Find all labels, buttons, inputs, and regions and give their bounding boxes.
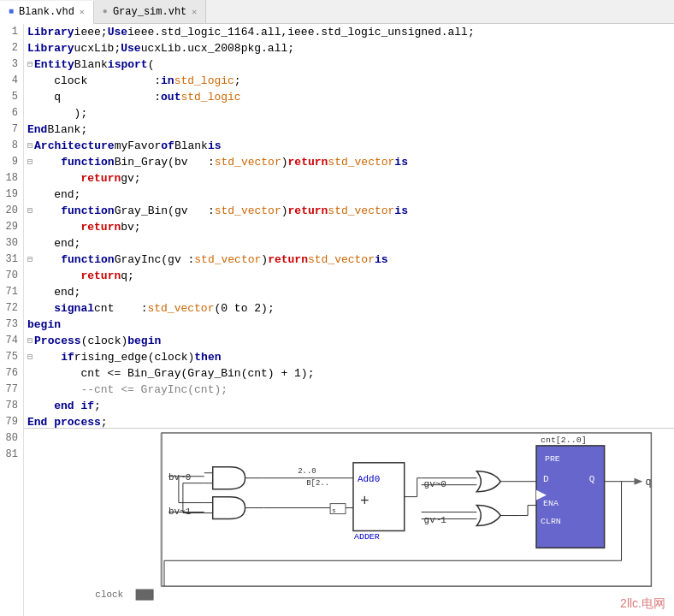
code-line-30: end;	[27, 235, 674, 252]
svg-text:cnt[2..0]: cnt[2..0]	[541, 435, 587, 445]
code-line-72: signal cnt : std_vector(0 to 2);	[27, 300, 674, 317]
svg-text:2..0: 2..0	[298, 467, 316, 476]
code-line-7: End Blank;	[27, 121, 674, 138]
code-line-77: --cnt <= GrayInc(cnt);	[27, 382, 674, 398]
svg-text:CLRN: CLRN	[541, 517, 561, 526]
tab-icon-gray: ●	[103, 7, 108, 16]
code-line-76: cnt <= Bin_Gray(Gray_Bin(cnt) + 1);	[27, 365, 674, 382]
code-line-1: Library ieee;Use ieee.std_logic_1164.all…	[27, 24, 674, 40]
line-numbers: 1 2 3 4 5 6 7 8 9 18 19 20 29 30 31 70 7…	[0, 24, 24, 616]
svg-text:bv~1: bv~1	[168, 506, 192, 517]
svg-text:q: q	[645, 477, 651, 489]
tab-label-gray: Gray_sim.vht	[113, 6, 186, 18]
svg-text:PRE: PRE	[545, 454, 560, 464]
svg-marker-50	[634, 478, 642, 485]
code-content: Library ieee;Use ieee.std_logic_1164.all…	[24, 24, 674, 616]
fold-9[interactable]: ⊟	[27, 154, 33, 170]
fold-75[interactable]: ⊟	[27, 349, 33, 365]
code-line-5: q : out std_logic	[27, 89, 674, 105]
svg-rect-56	[136, 589, 153, 600]
watermark: 2llc.电网	[620, 596, 665, 612]
tab-blank-vhd[interactable]: ■ Blank.vhd ✕	[0, 1, 94, 24]
svg-text:B[2..: B[2..	[306, 479, 329, 488]
svg-text:gv~1: gv~1	[424, 515, 447, 525]
code-line-71: end;	[27, 284, 674, 300]
fold-20[interactable]: ⊟	[27, 203, 33, 219]
svg-text:Add0: Add0	[358, 474, 380, 484]
code-line-4: clock : in std_logic;	[27, 73, 674, 89]
fold-74[interactable]: ⊟	[27, 333, 33, 349]
fold-3[interactable]: ⊟	[27, 56, 33, 73]
svg-text:Q: Q	[589, 474, 595, 484]
code-line-74: ⊟Process(clock) begin	[27, 333, 674, 349]
fold-8[interactable]: ⊟	[27, 138, 33, 154]
tab-close-blank[interactable]: ✕	[80, 7, 85, 17]
fold-31[interactable]: ⊟	[27, 252, 33, 268]
code-line-8: ⊟Architecture myFavor of Blank is	[27, 138, 674, 154]
editor-area: 1 2 3 4 5 6 7 8 9 18 19 20 29 30 31 70 7…	[0, 24, 674, 616]
code-line-18: return gv;	[27, 170, 674, 187]
diagram-area: bv~0 bv~1	[24, 428, 674, 616]
code-line-19: end;	[27, 187, 674, 203]
svg-text:clock: clock	[95, 589, 123, 600]
tab-icon-vhd: ■	[9, 7, 14, 16]
tab-gray-sim[interactable]: ● Gray_sim.vht ✕	[94, 0, 206, 23]
tab-bar: ■ Blank.vhd ✕ ● Gray_sim.vht ✕	[0, 0, 674, 24]
code-line-20: ⊟ function Gray_Bin(gv : std_vector) ret…	[27, 203, 674, 219]
code-line-6: );	[27, 105, 674, 121]
code-line-2: Library ucxLib; Use ucxLib.ucx_2008pkg.a…	[27, 40, 674, 56]
code-line-70: return q;	[27, 268, 674, 284]
code-line-75: ⊟ if rising_edge(clock) then	[27, 349, 674, 365]
code-line-9: ⊟ function Bin_Gray(bv : std_vector) ret…	[27, 154, 674, 170]
svg-text:D: D	[543, 474, 549, 484]
code-line-3: ⊟Entity Blank is port(	[27, 56, 674, 73]
svg-text:s: s	[332, 506, 336, 514]
circuit-diagram: bv~0 bv~1	[24, 429, 674, 616]
svg-text:+: +	[360, 493, 370, 510]
code-line-29: return bv;	[27, 219, 674, 235]
code-line-31: ⊟ function GrayInc(gv : std_vector) retu…	[27, 252, 674, 268]
svg-text:ADDER: ADDER	[354, 532, 380, 542]
tab-close-gray[interactable]: ✕	[192, 7, 197, 17]
code-line-73: begin	[27, 317, 674, 333]
svg-text:bv~0: bv~0	[168, 472, 191, 483]
svg-text:ENA: ENA	[543, 499, 559, 508]
code-line-78: end if;	[27, 398, 674, 414]
tab-label-blank: Blank.vhd	[19, 6, 74, 18]
svg-text:gv~0: gv~0	[424, 479, 446, 489]
